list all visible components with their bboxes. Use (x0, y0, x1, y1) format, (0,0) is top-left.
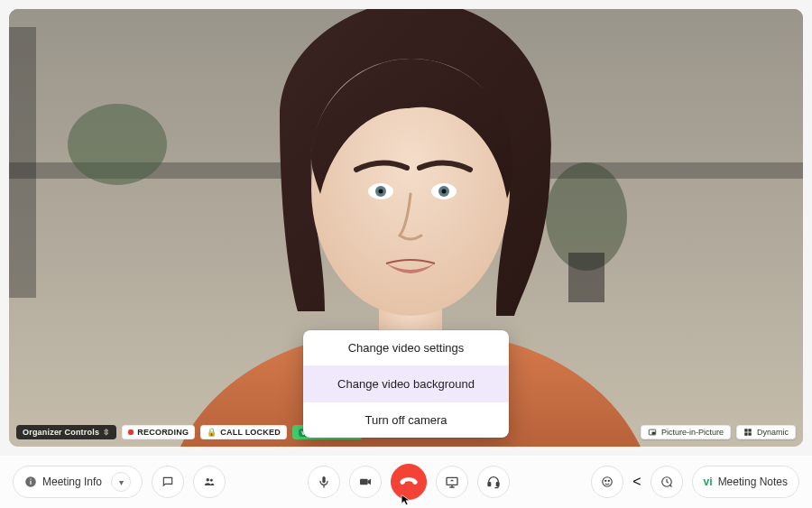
svg-rect-15 (652, 432, 655, 434)
meeting-info-button[interactable]: Meeting Info ▾ (13, 466, 143, 498)
call-locked-label: CALL LOCKED (220, 428, 281, 437)
svg-point-13 (442, 189, 447, 194)
menu-change-video-background[interactable]: Change video background (303, 365, 509, 402)
svg-point-23 (207, 478, 210, 482)
svg-rect-21 (30, 481, 31, 485)
svg-point-3 (68, 104, 167, 185)
recording-pill[interactable]: RECORDING (122, 425, 195, 439)
meeting-notes-label: Meeting Notes (718, 476, 788, 488)
pip-icon (648, 428, 657, 437)
svg-point-32 (608, 480, 609, 481)
camera-button[interactable] (349, 466, 382, 498)
headset-icon (486, 475, 501, 489)
pip-label: Picture-in-Picture (661, 428, 724, 437)
lock-icon: 🔒 (207, 428, 217, 437)
meeting-notes-button[interactable]: vi Meeting Notes (692, 466, 799, 498)
cursor-icon (400, 494, 412, 506)
chat-button[interactable] (152, 466, 184, 498)
camera-icon (358, 475, 373, 489)
grid-icon (743, 428, 752, 437)
poll-icon (660, 476, 673, 488)
dynamic-view-button[interactable]: Dynamic (736, 425, 796, 439)
participant-video: Organizer Controls ⇳ RECORDING 🔒 CALL LO… (9, 9, 803, 447)
video-options-menu: Change video settings Change video backg… (303, 330, 509, 438)
organizer-controls-label: Organizer Controls (23, 428, 99, 437)
chat-icon (161, 476, 174, 488)
svg-rect-2 (9, 27, 36, 298)
people-icon (203, 476, 216, 488)
meeting-info-label: Meeting Info (42, 476, 102, 488)
present-icon (445, 475, 459, 489)
svg-point-24 (210, 479, 213, 482)
mic-button[interactable] (308, 466, 340, 498)
svg-rect-16 (744, 429, 747, 431)
record-icon (128, 429, 134, 435)
expand-icon: ⇳ (103, 428, 110, 437)
menu-change-video-settings[interactable]: Change video settings (303, 330, 509, 365)
vi-logo-icon: vi (704, 476, 713, 488)
reactions-button[interactable] (591, 466, 623, 498)
svg-rect-17 (748, 429, 751, 431)
svg-rect-22 (30, 479, 31, 480)
svg-rect-29 (496, 483, 499, 486)
video-call-screen: { "status": { "organizer_controls": "Org… (0, 0, 812, 508)
dynamic-label: Dynamic (757, 428, 789, 437)
mic-icon (317, 475, 331, 489)
picture-in-picture-button[interactable]: Picture-in-Picture (641, 425, 731, 439)
svg-rect-19 (748, 432, 751, 435)
emoji-icon (601, 476, 614, 488)
info-icon (24, 476, 37, 488)
poll-button[interactable] (651, 466, 683, 498)
svg-rect-26 (360, 479, 368, 485)
present-button[interactable] (436, 466, 468, 498)
chevron-down-icon[interactable]: ▾ (111, 472, 131, 492)
call-locked-pill[interactable]: 🔒 CALL LOCKED (200, 425, 287, 439)
recording-label: RECORDING (137, 428, 189, 437)
toolbar-left: Meeting Info ▾ (13, 466, 226, 498)
menu-turn-off-camera[interactable]: Turn off camera (303, 402, 509, 438)
svg-point-30 (603, 477, 613, 487)
headset-button[interactable] (477, 466, 510, 498)
svg-rect-18 (744, 432, 747, 435)
toolbar-right: < vi Meeting Notes (591, 466, 799, 498)
participants-button[interactable] (193, 466, 226, 498)
hangup-icon (400, 473, 418, 491)
organizer-controls-pill[interactable]: Organizer Controls ⇳ (16, 425, 116, 439)
svg-point-31 (605, 480, 606, 481)
svg-rect-28 (488, 483, 491, 486)
svg-rect-25 (322, 476, 325, 483)
svg-point-12 (379, 189, 383, 194)
status-pills-right: Picture-in-Picture Dynamic (641, 425, 796, 439)
svg-rect-5 (568, 253, 604, 302)
